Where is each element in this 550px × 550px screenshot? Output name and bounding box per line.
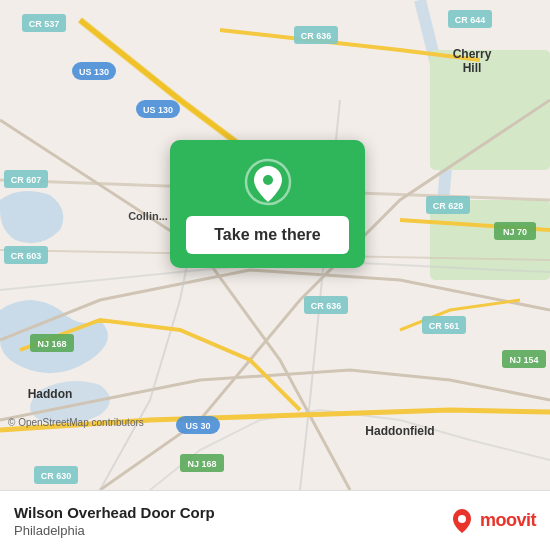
svg-text:CR 561: CR 561	[429, 321, 460, 331]
svg-text:NJ 168: NJ 168	[187, 459, 216, 469]
svg-text:NJ 154: NJ 154	[509, 355, 538, 365]
svg-text:US 130: US 130	[79, 67, 109, 77]
svg-text:Collin...: Collin...	[128, 210, 168, 222]
bottom-bar: Wilson Overhead Door Corp Philadelphia m…	[0, 490, 550, 550]
svg-text:CR 628: CR 628	[433, 201, 464, 211]
map-container: CR 537 CR 644 US 130 US 130 CR 636 CR 60…	[0, 0, 550, 490]
take-me-there-button[interactable]: Take me there	[186, 216, 349, 254]
location-name: Wilson Overhead Door Corp	[14, 504, 215, 521]
svg-text:US 130: US 130	[143, 105, 173, 115]
svg-text:Haddon: Haddon	[28, 387, 73, 401]
svg-text:CR 630: CR 630	[41, 471, 72, 481]
svg-text:Haddonfield: Haddonfield	[365, 424, 434, 438]
svg-text:US 30: US 30	[185, 421, 210, 431]
moovit-icon	[448, 507, 476, 535]
svg-text:CR 607: CR 607	[11, 175, 42, 185]
svg-point-42	[263, 175, 273, 185]
svg-text:CR 644: CR 644	[455, 15, 486, 25]
svg-text:CR 636: CR 636	[301, 31, 332, 41]
svg-text:CR 603: CR 603	[11, 251, 42, 261]
svg-text:NJ 168: NJ 168	[37, 339, 66, 349]
svg-text:Cherry: Cherry	[453, 47, 492, 61]
svg-rect-1	[430, 50, 550, 170]
svg-text:NJ 70: NJ 70	[503, 227, 527, 237]
moovit-label: moovit	[480, 510, 536, 531]
location-pin-icon	[244, 158, 292, 206]
svg-text:CR 636: CR 636	[311, 301, 342, 311]
svg-text:Hill: Hill	[463, 61, 482, 75]
svg-point-43	[458, 515, 466, 523]
location-city: Philadelphia	[14, 523, 215, 538]
moovit-logo: moovit	[448, 507, 536, 535]
popup-card: Take me there	[170, 140, 365, 268]
svg-text:CR 537: CR 537	[29, 19, 60, 29]
osm-attribution: © OpenStreetMap contributors	[8, 417, 144, 428]
